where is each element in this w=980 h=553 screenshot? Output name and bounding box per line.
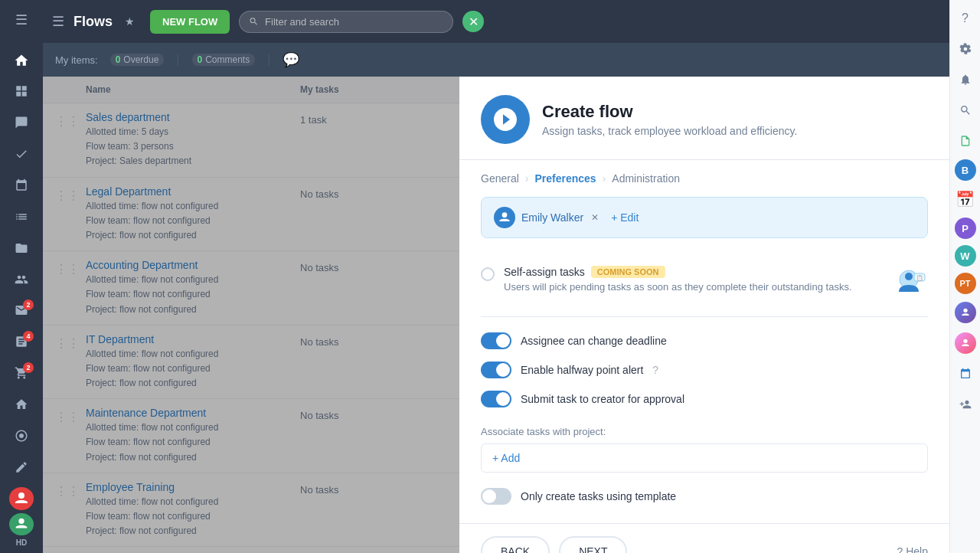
comments-count: 0 [198, 54, 203, 65]
associate-section: Associate tasks with project: + Add [481, 426, 928, 473]
house-icon[interactable] [6, 391, 37, 419]
toggle-knob [496, 363, 510, 377]
tab-chat-icon[interactable]: 💬 [283, 51, 299, 68]
breadcrumb-administration[interactable]: Administration [612, 172, 680, 185]
favorite-icon[interactable]: ★ [125, 15, 135, 28]
tabs-bar: My items: 0 Overdue | 0 Comments | 💬 [43, 43, 949, 77]
self-assign-section: Self-assign tasks COMING SOON Users will… [481, 254, 928, 317]
search-input[interactable] [265, 16, 443, 28]
top-bar: ☰ Flows ★ NEW FLOW ✕ [43, 0, 949, 43]
person-add-icon[interactable] [953, 392, 978, 417]
hamburger-icon[interactable]: ☰ [6, 6, 37, 34]
help-link[interactable]: ? Help [897, 545, 928, 553]
search-icon [249, 16, 259, 27]
assignee-name: Emily Walker [521, 211, 583, 224]
assignee-avatar [494, 207, 515, 228]
document-icon[interactable] [953, 129, 978, 153]
associate-input[interactable]: + Add [481, 443, 928, 473]
breadcrumb-sep-2: › [603, 172, 606, 185]
user-avatar-1[interactable] [9, 487, 34, 509]
shop-icon[interactable]: 2 [6, 359, 37, 388]
deadline-label: Assignee can change deadline [521, 335, 667, 347]
target-icon[interactable] [6, 421, 37, 450]
help-icon: ? [897, 545, 903, 553]
hamburger-menu[interactable]: ☰ [52, 13, 64, 30]
report-badge: 4 [23, 331, 34, 342]
deadline-toggle[interactable] [481, 332, 511, 349]
create-flow-panel: Create flow Assign tasks, track employee… [459, 77, 949, 553]
svg-point-4 [905, 273, 913, 280]
calendar-icon[interactable] [6, 172, 37, 200]
svg-text:📋: 📋 [916, 274, 923, 281]
assignee-edit-button[interactable]: + Edit [611, 211, 639, 224]
photo-avatar-2[interactable] [953, 331, 978, 355]
comments-badge[interactable]: 0 Comments [192, 54, 256, 66]
add-project-button[interactable]: + Add [492, 452, 520, 464]
self-assign-illustration: 📋 [882, 266, 928, 304]
right-rail: ? B 📅 P W PT [949, 0, 980, 553]
self-assign-radio[interactable] [481, 267, 495, 281]
self-assign-description: Users will pick pending tasks as soon as… [504, 281, 873, 293]
next-button[interactable]: NEXT [559, 536, 627, 553]
avatar-b[interactable]: B [955, 159, 976, 181]
toggle-row-3: Submit task to creator for approval [481, 391, 928, 407]
halfway-help-icon[interactable]: ? [652, 364, 658, 376]
search-rail-icon[interactable] [953, 98, 978, 123]
chat-icon[interactable] [6, 109, 37, 137]
template-label: Only create tasks using template [521, 490, 676, 502]
nav-rail: ☰ 2 4 2 [0, 0, 43, 553]
breadcrumb-general[interactable]: General [481, 172, 519, 185]
approval-toggle[interactable] [481, 391, 511, 407]
modal-subtitle: Assign tasks, track employee workload an… [542, 125, 797, 137]
main-area: ☰ Flows ★ NEW FLOW ✕ My items: 0 Overdue… [43, 0, 949, 553]
overdue-label: Overdue [123, 54, 158, 65]
list-icon[interactable] [6, 202, 37, 231]
assignee-remove-button[interactable]: ✕ [591, 212, 599, 223]
folder-icon[interactable] [6, 234, 37, 262]
user-avatar-2[interactable] [9, 513, 34, 535]
svg-point-7 [963, 309, 967, 312]
template-toggle[interactable] [481, 488, 511, 505]
close-search-button[interactable]: ✕ [462, 11, 484, 32]
svg-point-0 [18, 492, 24, 499]
calendar-blue-icon[interactable] [953, 362, 978, 386]
calendar-red-icon[interactable]: 📅 [953, 187, 978, 211]
halfway-toggle[interactable] [481, 362, 511, 378]
app-title: Flows [74, 14, 113, 30]
settings-icon[interactable] [953, 37, 978, 61]
svg-point-1 [18, 519, 24, 524]
home-icon[interactable] [6, 46, 37, 74]
tab-divider-2: | [267, 53, 270, 67]
approval-label: Submit task to creator for approval [521, 393, 684, 405]
avatar-pt[interactable]: PT [955, 273, 976, 294]
mail-icon[interactable]: 2 [6, 296, 37, 325]
help-icon[interactable]: ? [953, 6, 978, 31]
toggles-section: Assignee can change deadline Enable half… [481, 332, 928, 407]
modal-body: Emily Walker ✕ + Edit Self-assign tasks … [459, 197, 949, 523]
self-assign-text: Self-assign tasks [504, 266, 585, 278]
grid-icon[interactable] [6, 77, 37, 106]
toggle-row-2: Enable halfway point alert ? [481, 362, 928, 378]
breadcrumb: General › Preferences › Administration [459, 160, 949, 197]
photo-avatar-1[interactable] [953, 300, 978, 325]
breadcrumb-preferences[interactable]: Preferences [534, 172, 596, 185]
avatar-p[interactable]: P [955, 218, 976, 239]
avatar-w[interactable]: W [955, 245, 976, 267]
assignee-section: Emily Walker ✕ + Edit [481, 197, 928, 238]
check-icon[interactable] [6, 140, 37, 169]
overdue-count: 0 [116, 54, 121, 65]
shop-badge: 2 [23, 362, 34, 373]
my-items-label: My items: [55, 54, 98, 66]
pencil-icon[interactable] [6, 453, 37, 481]
hd-label[interactable]: HD [16, 538, 27, 547]
toggle-row-1: Assignee can change deadline [481, 332, 928, 349]
back-button[interactable]: BACK [481, 536, 550, 553]
self-assign-label: Self-assign tasks COMING SOON [504, 266, 873, 278]
notification-icon[interactable] [953, 67, 978, 92]
table-area: Name My tasks Action ⋮⋮ Sales department… [43, 77, 949, 553]
new-flow-button[interactable]: NEW FLOW [150, 10, 230, 34]
team-icon[interactable] [6, 265, 37, 293]
overdue-badge[interactable]: 0 Overdue [110, 54, 165, 66]
report-icon[interactable]: 4 [6, 328, 37, 356]
template-row: Only create tasks using template [481, 488, 928, 505]
